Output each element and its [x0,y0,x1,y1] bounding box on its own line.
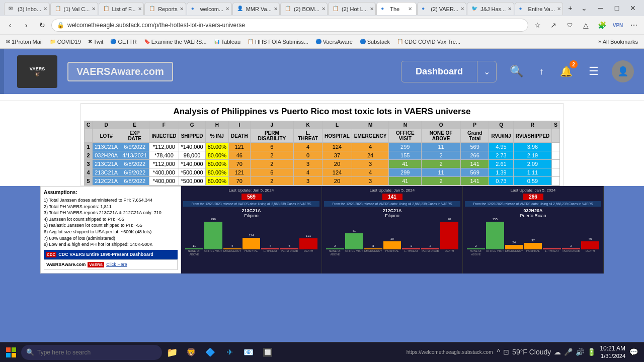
extension-2-button[interactable]: △ [579,18,593,32]
tab-3[interactable]: 📋 List of F... ✕ [99,2,144,15]
network-icon[interactable]: ⊡ [503,348,509,356]
tab-label-5: welcom... [200,6,223,12]
tab-7[interactable]: 📋 (2) BOM... ✕ [280,2,328,15]
tab-close-9[interactable]: ✕ [408,6,412,12]
share-button[interactable]: ↗ [546,18,560,32]
table-cell: 6 [250,168,293,177]
bookmark-examine-vaers[interactable]: 🔖 Examine the VAERS... [142,38,209,46]
taskbar-search-input[interactable] [37,349,138,356]
tab-close-3[interactable]: ✕ [138,6,142,12]
vpn-button[interactable]: VPN [611,18,625,32]
chevron-up-icon[interactable]: ^ [497,348,501,356]
start-button[interactable] [2,343,20,361]
table-cell: 4/13/2021 [120,151,149,160]
dashboard-chevron-button[interactable]: ⌄ [477,61,496,82]
bookmark-covid19[interactable]: 📁 COVID19 [48,38,83,46]
extension-button[interactable]: 🛡 [562,18,577,32]
tab-11[interactable]: 🐦 J&J Has... ✕ [467,2,514,15]
tab-close-1[interactable]: ✕ [43,6,47,12]
app-5-taskbar[interactable]: 📧 [239,343,258,361]
table-cell: 1.11 [513,168,552,177]
top-white-bar [0,94,644,101]
col-q: Q [489,121,513,129]
file-explorer-taskbar[interactable]: 📁 [163,343,181,361]
menu-button[interactable]: ☰ [586,62,602,81]
bookmark-protonmail[interactable]: ✉ 1Proton Mail [4,38,45,46]
table-cell: 80.00% [205,168,228,177]
bar-value-label: 121 [306,234,311,237]
app-3-taskbar[interactable]: 🔷 [201,343,219,361]
minimize-button[interactable]: ─ [594,1,608,15]
speaker-icon[interactable]: 🔊 [576,348,584,356]
bookmark-vaersaware[interactable]: 🔵 VaersAware [313,38,355,46]
tab-close-4[interactable]: ✕ [180,6,184,12]
tab-close-7[interactable]: ✕ [321,6,326,12]
tab-close-12[interactable]: ✕ [557,6,561,12]
maximize-button[interactable]: □ [610,1,624,15]
dashboard-button[interactable]: Dashboard [401,61,477,82]
battery-icon: 🔋 [587,348,596,356]
tab-1[interactable]: ✉ (3) Inbo... ✕ [4,2,50,15]
extensions-button[interactable]: 🧩 [595,18,609,32]
close-button[interactable]: ✕ [626,1,640,15]
chart-bar: 20 [383,241,401,249]
share-icon-button[interactable]: ↑ [536,63,547,80]
tab-2[interactable]: 📋 (1) Val C... ✕ [50,2,98,15]
tab-6[interactable]: 👤 MMR Va... ✕ [232,2,280,15]
click-here-link[interactable]: Click Here [106,262,127,267]
chart-x-label-item: HOSPITAL [243,249,261,256]
brave-browser-taskbar[interactable]: 🦁 [182,343,200,361]
table-cell: 41 [389,160,422,168]
header-total: Grand Total [460,129,489,143]
chart-update-label: Last Update: Jan 5, 2024 [183,188,319,193]
settings-button[interactable]: ⋯ [627,18,641,32]
tab-list-button[interactable]: ⌄ [578,1,591,15]
address-bar[interactable]: 🔒 welcometheeagle.substack.com/p/the-hot… [51,19,528,32]
table-cell: 2.19 [513,151,552,160]
back-button[interactable]: ‹ [3,18,17,32]
chart-bar: 37 [524,243,542,249]
reload-button[interactable]: ↻ [35,18,49,32]
tabs-container: ✉ (3) Inbo... ✕ 📋 (1) Val C... ✕ 📋 List … [4,1,591,15]
bookmark-substack[interactable]: 🔵 Substack [358,38,392,46]
user-avatar[interactable]: 👤 [612,60,634,82]
tab-favicon-8: 📋 [333,6,340,13]
tab-close-8[interactable]: ✕ [370,6,374,12]
search-icon-button[interactable]: 🔍 [507,62,526,81]
tab-9-active[interactable]: ● The ✕ [376,2,417,15]
table-cell: 20 [323,177,352,186]
app-6-taskbar[interactable]: 🔲 [259,343,277,361]
tab-close-6[interactable]: ✕ [274,6,278,12]
chart-bar: 3 [364,248,382,249]
bookmark-tableau[interactable]: 📊 Tableau [212,38,243,46]
tab-close-2[interactable]: ✕ [92,6,96,12]
chart-bar: 2 [326,248,344,249]
bar-fill: 46 [581,241,599,249]
telegram-taskbar[interactable]: ✈ [220,343,238,361]
tab-12[interactable]: ● Entire Va... ✕ [515,2,564,15]
bookmark-cdc-covid[interactable]: 📋 CDC COVID Vax Tre... [395,38,462,46]
taskbar-apps: 📁 🦁 🔷 ✈ 📧 🔲 [163,343,406,361]
taskbar-search-bar[interactable]: 🔍 [21,345,162,360]
assumption-item: 2) Total PH VAERS reports: 1,811 [44,204,178,210]
tab-10[interactable]: ● (2) VAER... ✕ [417,2,466,15]
notification-center-icon[interactable]: 💬 [629,348,638,356]
bookmark-twitter[interactable]: ✖ Twit [86,38,106,46]
bookmark-all[interactable]: » All Bookmarks [596,38,640,46]
table-cell: *500,000 [179,168,205,177]
tab-label-6: MMR Va... [246,6,272,12]
tab-8[interactable]: 📋 (2) Hot L... ✕ [328,2,376,15]
new-tab-button[interactable]: + [564,1,577,15]
bookmark-gettr[interactable]: 🔵 GETTR [108,38,138,46]
forward-button[interactable]: › [19,18,33,32]
tab-close-11[interactable]: ✕ [508,6,512,12]
tab-4[interactable]: 📋 Reports ✕ [144,2,186,15]
tab-close-10[interactable]: ✕ [460,6,464,12]
microphone-icon[interactable]: 🎤 [564,348,573,356]
bookmark-page-button[interactable]: ☆ [530,18,544,32]
tab-5[interactable]: ● welcom... ✕ [187,2,232,15]
bookmark-hhs[interactable]: 📋 HHS FOIA Submiss... [246,38,310,46]
chart-lot-label: 032H20APuerto Rican [465,208,601,218]
window-controls: ─ □ ✕ [594,1,640,15]
tab-close-5[interactable]: ✕ [225,6,229,12]
